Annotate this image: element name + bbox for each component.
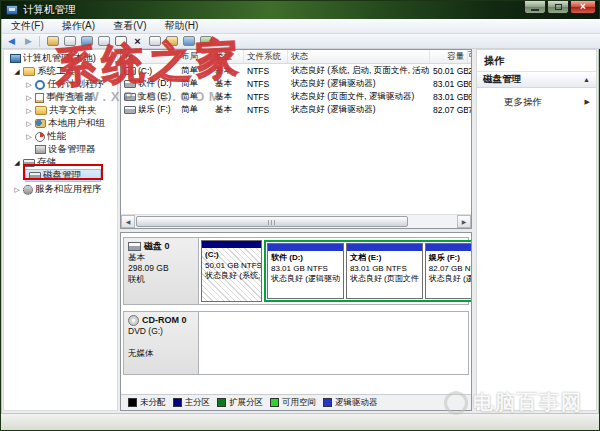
volume-free: 7 [468,105,472,115]
tree-item-label: 设备管理器 [48,143,96,156]
menu-help[interactable]: 帮助(H) [155,18,207,34]
tree-item-services-applications[interactable]: ▷ 服务和应用程序 [4,183,117,196]
close-button[interactable]: × [570,1,596,14]
column-type[interactable]: 类型 [212,50,244,63]
cdrom-0-info[interactable]: CD-ROM 0 DVD (G:) 无媒体 [124,312,199,374]
collapse-arrow-icon[interactable]: ▷ [24,107,34,115]
menu-action[interactable]: 操作(A) [53,18,104,34]
cd-icon [128,315,139,326]
tree-item-event-viewer[interactable]: ▷ 事件查看器 [4,91,117,104]
expand-arrow-icon[interactable]: ◢ [12,159,22,167]
volume-name: 文档 (E:) [138,91,171,103]
properties-icon[interactable] [147,35,162,48]
computer-management-window: 计算机管理 × 文件(F) 操作(A) 查看(V) 帮助(H) ◀ ▶ × 计算… [0,0,600,431]
annotation-highlight-box [23,164,103,180]
title-bar[interactable]: 计算机管理 × [1,1,599,19]
collapse-arrow-icon[interactable]: ▷ [24,120,34,128]
tree-item-device-manager[interactable]: 设备管理器 [4,143,117,156]
collapse-arrow-icon[interactable]: ▷ [24,133,34,141]
disk-icon [128,242,141,251]
primary-partition-bar [202,241,261,248]
tree-item-shared-folders[interactable]: ▷ 共享文件夹 [4,104,117,117]
volume-free: 6 [468,79,472,89]
partition-label: (C:) [205,250,258,261]
tree-item-label: 性能 [47,130,66,143]
back-icon[interactable]: ◀ [4,35,19,48]
maximize-button[interactable] [547,1,569,14]
collapse-arrow-icon[interactable]: ▷ [24,81,34,89]
column-free[interactable]: 可 [468,50,472,63]
collapse-arrow-icon[interactable]: ▷ [24,94,34,102]
collapse-arrow-icon[interactable]: ▷ [12,186,22,194]
app-icon [6,5,18,15]
partition-label: 娱乐 (F:) [429,253,472,264]
volume-type: 基本 [212,65,244,77]
tree-item-label: 本地用户和组 [48,117,105,130]
help-icon[interactable] [198,35,213,48]
tree-item-performance[interactable]: ▷ 性能 [4,130,117,143]
tree-item-task-scheduler[interactable]: ▷ 任务计划程序 [4,78,117,91]
logical-drive-bar [426,244,472,251]
scrollbar-thumb[interactable] [136,216,408,227]
menu-view[interactable]: 查看(V) [104,18,155,34]
column-layout[interactable]: 布局 [178,50,212,63]
column-capacity[interactable]: 容量 [430,50,468,63]
open-folder-icon[interactable] [164,35,179,48]
partition-size: 83.01 GB NTFS [350,264,419,275]
volume-capacity: 50.01 GB [430,66,468,76]
volume-status: 状态良好 (页面文件, 逻辑驱动器) [288,91,430,103]
volume-fs: NTFS [244,105,288,115]
menu-file[interactable]: 文件(F) [2,18,53,34]
scroll-right-icon[interactable]: ▶ [457,215,471,228]
logical-drive-bar [268,244,343,251]
volume-status: 状态良好 (逻辑驱动器) [288,78,430,90]
drive-icon [124,80,136,88]
minimize-button[interactable] [524,1,546,14]
minimize-icon [531,9,539,11]
console-tree-icon[interactable] [62,35,77,48]
volume-free: 6 [468,92,472,102]
volume-layout: 简单 [178,91,212,103]
menu-bar: 文件(F) 操作(A) 查看(V) 帮助(H) [2,19,600,34]
volume-capacity: 82.07 GB [430,105,468,115]
volume-row-f[interactable]: 娱乐 (F:) 简单 基本 NTFS 状态良好 (逻辑驱动器) 82.07 GB… [121,103,471,116]
partition-size: 50.01 GB NTFS [205,261,258,272]
volume-fs: NTFS [244,92,288,102]
document-icon[interactable] [113,35,128,48]
legend-free-space: 可用空间 [270,397,316,409]
volume-row-d[interactable]: 软件 (D:) 简单 基本 NTFS 状态良好 (逻辑驱动器) 83.01 GB… [121,77,471,90]
collapse-up-icon[interactable]: ▲ [583,76,590,83]
disk-0-info[interactable]: 磁盘 0 基本 298.09 GB 联机 [124,238,199,304]
refresh-icon[interactable] [181,35,196,48]
tree-item-local-users-groups[interactable]: ▷ 本地用户和组 [4,117,117,130]
partition-e[interactable]: 文档 (E:) 83.01 GB NTFS 状态良好 (页面文件 [346,243,423,299]
partition-c[interactable]: (C:) 50.01 GB NTFS 状态良好 (系统, 启 [201,240,262,302]
window-icon[interactable] [96,35,111,48]
actions-section-disk-management[interactable]: 磁盘管理 ▲ [477,71,596,88]
volume-row-c[interactable]: (C:) 简单 基本 NTFS 状态良好 (系统, 启动, 页面文件, 活动, … [121,64,471,77]
column-status[interactable]: 状态 [288,50,430,63]
column-filesystem[interactable]: 文件系统 [244,50,288,63]
partition-size: 82.07 GB NTFS [429,264,472,275]
tree-item-label: 系统工具 [37,65,75,78]
partition-f[interactable]: 娱乐 (F:) 82.07 GB NTFS 状态良好 (逻辑驱动 [425,243,472,299]
show-hide-icon[interactable] [79,35,94,48]
column-volume[interactable]: 卷 [121,50,178,63]
volume-layout: 简单 [178,78,212,90]
volume-row-e[interactable]: 文档 (E:) 简单 基本 NTFS 状态良好 (页面文件, 逻辑驱动器) 83… [121,90,471,103]
delete-icon[interactable]: × [130,35,145,48]
tree-item-system-tools[interactable]: ◢ 系统工具 [4,65,117,78]
more-actions-item[interactable]: 更多操作 ▶ [477,94,596,110]
disk-name: 磁盘 0 [144,241,170,252]
export-icon[interactable] [45,35,60,48]
horizontal-scrollbar[interactable]: ◀ ▶ [121,214,471,228]
actions-section-label: 磁盘管理 [483,73,521,86]
partition-d[interactable]: 软件 (D:) 83.01 GB NTFS 状态良好 (逻辑驱动 [267,243,344,299]
expand-arrow-icon[interactable]: ◢ [12,68,22,76]
scroll-left-icon[interactable]: ◀ [121,215,135,228]
forward-icon[interactable]: ▶ [21,35,36,48]
drive-icon [124,106,136,114]
tree-item-computer-management[interactable]: 计算机管理(本地) [4,52,117,65]
legend-logical-drive: 逻辑驱动器 [323,397,378,409]
logical-drive-bar [347,244,422,251]
